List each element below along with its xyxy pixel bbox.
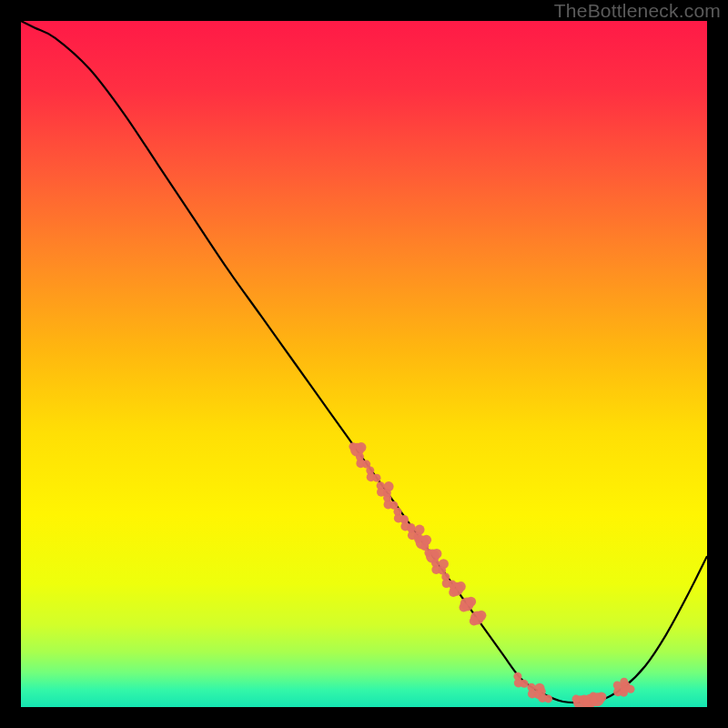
- svg-point-50: [521, 680, 529, 688]
- svg-point-29: [421, 535, 431, 545]
- gradient-background: [21, 21, 707, 707]
- svg-point-57: [544, 694, 552, 703]
- svg-point-67: [596, 693, 606, 703]
- svg-point-51: [513, 672, 521, 681]
- svg-point-36: [431, 559, 440, 567]
- svg-point-25: [408, 525, 416, 533]
- svg-point-74: [620, 678, 628, 686]
- svg-point-32: [431, 549, 441, 559]
- svg-point-5: [356, 452, 364, 460]
- svg-point-48: [470, 617, 479, 626]
- svg-point-15: [383, 494, 391, 502]
- svg-point-55: [528, 683, 536, 692]
- svg-point-42: [449, 588, 458, 597]
- svg-point-12: [377, 481, 385, 490]
- svg-point-58: [538, 687, 546, 695]
- plot-area: [21, 21, 707, 707]
- svg-point-21: [400, 516, 409, 524]
- svg-point-73: [626, 685, 634, 693]
- chart-frame: TheBottleneck.com: [0, 0, 728, 728]
- chart-svg: [21, 21, 707, 707]
- svg-point-8: [366, 467, 374, 475]
- watermark-text: TheBottleneck.com: [554, 0, 721, 22]
- svg-point-45: [460, 603, 469, 612]
- svg-point-18: [393, 508, 401, 516]
- svg-point-39: [441, 572, 450, 581]
- svg-point-2: [356, 442, 366, 452]
- svg-point-7: [373, 474, 381, 482]
